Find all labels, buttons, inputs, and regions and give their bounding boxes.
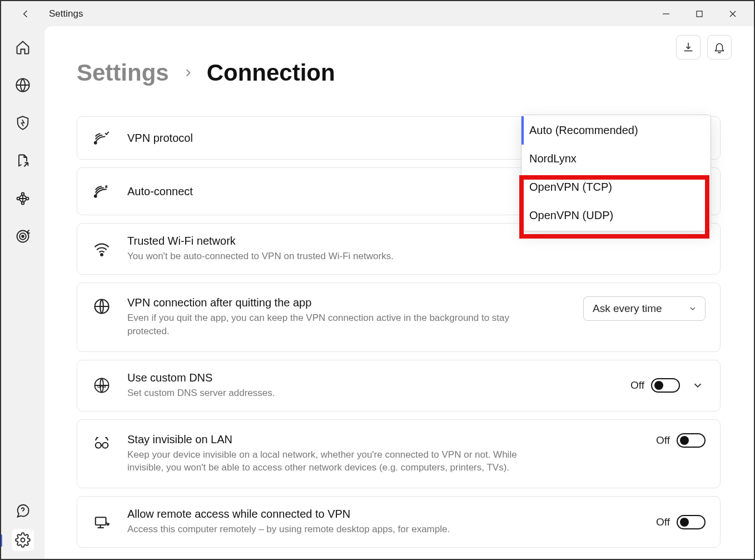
lan-toggle[interactable] [677,433,706,448]
protocol-icon [92,128,112,148]
vpn-protocol-dropdown: Auto (Recommended) NordLynx OpenVPN (TCP… [521,115,711,231]
svg-point-17 [96,442,101,448]
nav-settings[interactable] [12,529,34,551]
row-custom-dns: DNS Use custom DNS Set custom DNS server… [77,360,721,412]
svg-point-10 [21,538,25,542]
chevron-down-icon [688,304,697,313]
dns-icon: DNS [92,375,112,395]
toggle-label: Off [656,434,670,447]
row-remote-access: Allow remote access while connected to V… [77,496,721,548]
dropdown-option[interactable]: Auto (Recommended) [521,116,711,145]
after-quit-select[interactable]: Ask every time [583,296,706,321]
notifications-icon[interactable] [707,35,732,60]
window-minimize[interactable] [649,1,683,27]
svg-point-12 [95,195,97,197]
nav-mesh[interactable] [12,187,34,210]
breadcrumb-current: Connection [207,60,335,86]
nav-help[interactable] [12,500,34,522]
select-value: Ask every time [593,303,662,314]
expand-chevron[interactable] [690,378,706,393]
svg-point-18 [102,442,108,448]
nav-target[interactable] [12,225,34,247]
custom-dns-toggle[interactable] [651,378,680,393]
main-panel: Settings Connection VPN protocol [44,26,754,559]
breadcrumb-root[interactable]: Settings [77,60,169,86]
chevron-right-icon [182,67,193,78]
row-title: Use custom DNS [127,371,615,384]
nav-home[interactable] [12,36,34,58]
remote-toggle[interactable] [677,515,706,529]
breadcrumb: Settings Connection [77,60,721,86]
dropdown-option[interactable]: OpenVPN (TCP) [521,173,711,201]
dropdown-option[interactable]: NordLynx [521,145,711,173]
row-title: Stay invisible on LAN [127,433,640,446]
remote-icon [92,512,112,532]
svg-point-11 [95,142,97,144]
nav-globe[interactable] [12,74,34,96]
wifi-icon [92,239,112,259]
row-desc: Keep your device invisible on a local ne… [127,448,550,475]
row-desc: You won't be auto-connected to VPN on tr… [127,250,550,263]
globe-icon [92,296,112,316]
row-title: Allow remote access while connected to V… [127,508,640,521]
row-title: VPN connection after quitting the app [127,296,568,309]
svg-point-3 [17,197,20,200]
row-desc: Access this computer remotely – by using… [127,523,550,536]
svg-point-9 [22,236,24,238]
svg-point-13 [101,254,103,256]
row-desc: Set custom DNS server addresses. [127,386,550,400]
nav-shield[interactable] [12,112,34,134]
auto-connect-icon [92,181,112,201]
titlebar: Settings [1,1,754,26]
toggle-label: Off [630,379,644,391]
glasses-icon [92,433,112,453]
toggle-label: Off [656,516,670,528]
svg-rect-19 [96,517,106,525]
row-invisible-lan: Stay invisible on LAN Keep your device i… [77,419,721,489]
nav-file-share[interactable] [12,150,34,172]
sidebar [1,26,44,559]
back-button[interactable] [14,3,37,25]
window-title: Settings [49,8,83,19]
window-maximize[interactable] [683,1,716,27]
download-icon[interactable] [676,35,701,60]
row-after-quit: VPN connection after quitting the app Ev… [77,283,721,352]
row-desc: Even if you quit the app, you can keep t… [127,311,550,338]
svg-point-4 [26,197,29,200]
window-close[interactable] [716,1,749,27]
svg-rect-1 [697,11,702,17]
row-title: Trusted Wi-Fi network [127,235,706,247]
svg-text:DNS: DNS [97,384,106,389]
dropdown-option[interactable]: OpenVPN (UDP) [521,201,711,230]
